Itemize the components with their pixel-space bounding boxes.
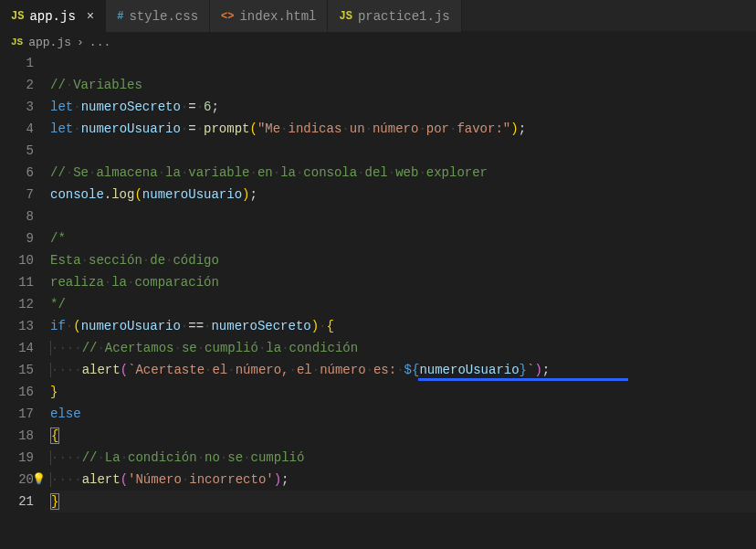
line-number: 1 [0,52,34,74]
line-number: 2 [0,74,34,96]
js-icon: JS [11,10,24,23]
breadcrumb-more: ... [89,36,110,49]
editor[interactable]: 123456789101112131415161718192021 //·Var… [0,52,756,549]
breadcrumb[interactable]: JS app.js › ... [0,32,756,52]
line-number: 12 [0,293,34,315]
code-line[interactable]: /* [50,227,756,249]
line-number: 15 [0,359,34,381]
code-line[interactable]: ····//·Acertamos·se·cumplió·la·condición [50,337,756,359]
line-number: 19 [0,447,34,469]
code-line[interactable]: 💡····alert('Número·incorrecto'); [50,469,756,491]
tab-app-js[interactable]: JS app.js × [0,0,106,32]
tab-label: app.js [29,9,75,24]
line-number: 9 [0,227,34,249]
css-icon: # [117,10,123,23]
line-number: 3 [0,96,34,118]
code-line[interactable]: let·numeroSecreto·=·6; [50,96,756,118]
code-line[interactable] [50,206,756,227]
code-line[interactable] [50,140,756,162]
code-line[interactable] [50,52,756,74]
tab-practice1-js[interactable]: JS practice1.js [328,0,461,32]
html-icon: <> [221,10,234,23]
code-line[interactable]: */ [50,293,756,315]
code-line[interactable]: //·Variables [50,74,756,96]
code-line[interactable]: } [50,381,756,403]
code-line[interactable]: Esta·sección·de·código [50,249,756,271]
line-number: 8 [0,206,34,227]
tab-label: index.html [239,9,316,24]
tab-bar: JS app.js × # style.css <> index.html JS… [0,0,756,32]
line-number: 7 [0,184,34,206]
code-line[interactable]: ····alert(`Acertaste·el·número,·el·númer… [50,359,756,381]
tab-label: practice1.js [358,9,450,24]
line-number: 14 [0,337,34,359]
code-area[interactable]: //·Variables let·numeroSecreto·=·6; let·… [50,52,756,549]
line-number: 21 [0,491,34,512]
js-icon: JS [11,37,23,48]
line-number: 4 [0,118,34,140]
line-number: 17 [0,403,34,425]
close-icon[interactable]: × [87,9,94,24]
line-number: 6 [0,162,34,184]
code-line[interactable]: //·Se·almacena·la·variable·en·la·consola… [50,162,756,184]
line-number: 13 [0,315,34,337]
code-line[interactable]: let·numeroUsuario·=·prompt("Me·indicas·u… [50,118,756,140]
line-number: 16 [0,381,34,403]
line-number: 18 [0,425,34,447]
lightbulb-icon[interactable]: 💡 [32,469,46,491]
code-line[interactable]: if·(numeroUsuario·==·numeroSecreto)·{ [50,315,756,337]
code-line[interactable]: { [50,425,756,447]
code-line[interactable]: ····//·La·condición·no·se·cumplió [50,447,756,469]
breadcrumb-file: app.js [28,36,71,49]
tab-label: style.css [129,9,198,24]
line-number: 20 [0,469,34,491]
js-icon: JS [339,10,352,23]
line-number: 11 [0,271,34,293]
line-number: 5 [0,140,34,162]
code-line[interactable]: } [50,491,756,512]
line-number: 10 [0,249,34,271]
tab-index-html[interactable]: <> index.html [210,0,328,32]
code-line[interactable]: realiza·la·comparación [50,271,756,293]
tab-style-css[interactable]: # style.css [106,0,210,32]
chevron-right-icon: › [77,36,84,49]
code-line[interactable]: console.log(numeroUsuario); [50,184,756,206]
code-line[interactable]: else [50,403,756,425]
